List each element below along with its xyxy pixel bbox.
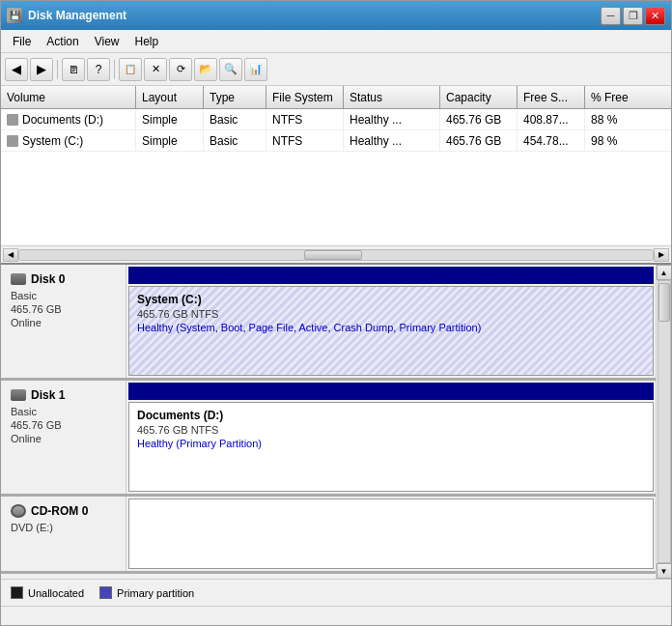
row0-layout: Simple: [136, 109, 204, 129]
vscroll-bar[interactable]: ▲ ▼: [656, 265, 671, 579]
hdd-icon: [11, 389, 26, 401]
hscroll-track[interactable]: [18, 249, 654, 261]
menu-bar: File Action View Help: [1, 30, 671, 53]
snap-button[interactable]: 📋: [119, 58, 142, 81]
hdd-icon: [11, 273, 26, 285]
disk-row-1: Disk 1 Basic 465.76 GB Online Documents …: [1, 381, 656, 497]
close-button[interactable]: ✕: [645, 7, 665, 25]
disk-row-0: Disk 0 Basic 465.76 GB Online System (C:…: [1, 265, 656, 381]
partition-1-status: Healthy (Primary Partition): [137, 438, 645, 449]
col-pct[interactable]: % Free: [585, 86, 671, 108]
disk-0-icon-row: Disk 0: [11, 272, 116, 286]
table-body: Documents (D:) Simple Basic NTFS Healthy…: [1, 109, 671, 245]
main-window: 💾 Disk Management ─ ❐ ✕ File Action View…: [0, 0, 672, 626]
col-type[interactable]: Type: [204, 86, 266, 108]
status-bar: [1, 606, 671, 625]
folder-button[interactable]: 📂: [194, 58, 217, 81]
table-header: Volume Layout Type File System Status Ca…: [1, 86, 671, 109]
row0-type: Basic: [204, 109, 266, 129]
disk-1-size: 465.76 GB: [11, 419, 116, 431]
properties-button[interactable]: 🖹: [62, 58, 85, 81]
restore-button[interactable]: ❐: [623, 7, 643, 25]
menu-view[interactable]: View: [87, 33, 127, 50]
row1-layout: Simple: [136, 130, 204, 151]
title-buttons: ─ ❐ ✕: [601, 7, 665, 25]
disk-1-label: Disk 1 Basic 465.76 GB Online: [1, 381, 126, 494]
col-free[interactable]: Free S...: [518, 86, 585, 108]
legend-primary: Primary partition: [99, 586, 194, 599]
partition-0-status: Healthy (System, Boot, Page File, Active…: [137, 322, 645, 333]
partition-0-size: 465.76 GB NTFS: [137, 308, 645, 320]
row1-fs: NTFS: [266, 130, 344, 151]
toolbar: ◀ ▶ 🖹 ? 📋 ✕ ⟳ 📂 🔍 📊: [1, 53, 671, 86]
col-filesystem[interactable]: File System: [266, 86, 344, 108]
chart-button[interactable]: 📊: [244, 58, 267, 81]
legend-unallocated: Unallocated: [11, 586, 84, 599]
table-row[interactable]: System (C:) Simple Basic NTFS Healthy ..…: [1, 130, 671, 152]
vscroll-thumb[interactable]: [658, 283, 670, 322]
menu-help[interactable]: Help: [127, 33, 167, 50]
cdrom-icon: [11, 504, 26, 518]
toolbar-sep-1: [57, 60, 58, 79]
disk-1-partitions: Documents (D:) 465.76 GB NTFS Healthy (P…: [126, 381, 656, 494]
disk-1-status: Online: [11, 433, 116, 444]
cdrom-icon-row: CD-ROM 0: [11, 504, 116, 518]
cdrom-label: CD-ROM 0 DVD (E:): [1, 497, 126, 571]
minimize-button[interactable]: ─: [601, 7, 621, 25]
row1-type: Basic: [204, 130, 266, 151]
cdrom-name: CD-ROM 0: [31, 504, 88, 518]
col-layout[interactable]: Layout: [136, 86, 204, 108]
row0-fs: NTFS: [266, 109, 344, 129]
row1-status: Healthy ...: [344, 130, 440, 151]
volume-table: Volume Layout Type File System Status Ca…: [1, 86, 671, 265]
disk-0-name: Disk 0: [31, 272, 65, 286]
legend-unalloc-box: [11, 586, 23, 599]
hscroll-thumb[interactable]: [304, 250, 362, 260]
row1-capacity: 465.76 GB: [440, 130, 518, 151]
row0-pct: 88 %: [585, 109, 671, 129]
partition-1-title: Documents (D:): [137, 409, 645, 422]
disk-1-name: Disk 1: [31, 388, 65, 402]
title-bar: 💾 Disk Management ─ ❐ ✕: [1, 1, 671, 30]
partition-0-body[interactable]: System (C:) 465.76 GB NTFS Healthy (Syst…: [128, 286, 654, 376]
vscroll-up-btn[interactable]: ▲: [657, 265, 672, 280]
disk-1-type: Basic: [11, 406, 116, 417]
volume-icon: [7, 135, 18, 147]
row1-volume: System (C:): [1, 130, 136, 151]
row1-free: 454.78...: [518, 130, 585, 151]
vscroll-down-btn[interactable]: ▼: [657, 563, 672, 579]
table-hscroll[interactable]: ◀ ▶: [1, 245, 671, 263]
app-icon: 💾: [7, 8, 22, 23]
col-volume[interactable]: Volume: [1, 86, 136, 108]
legend-bar: Unallocated Primary partition: [1, 579, 671, 606]
menu-file[interactable]: File: [5, 33, 39, 50]
delete-button[interactable]: ✕: [144, 58, 167, 81]
forward-button[interactable]: ▶: [30, 58, 53, 81]
help-button[interactable]: ?: [87, 58, 110, 81]
partition-1-size: 465.76 GB NTFS: [137, 424, 645, 436]
table-row[interactable]: Documents (D:) Simple Basic NTFS Healthy…: [1, 109, 671, 130]
menu-action[interactable]: Action: [39, 33, 86, 50]
partition-1-body[interactable]: Documents (D:) 465.76 GB NTFS Healthy (P…: [128, 402, 654, 492]
disk-0-type: Basic: [11, 290, 116, 301]
disk-0-label: Disk 0 Basic 465.76 GB Online: [1, 265, 126, 378]
hscroll-left-btn[interactable]: ◀: [3, 248, 18, 262]
row1-pct: 98 %: [585, 130, 671, 151]
disk-row-cdrom: CD-ROM 0 DVD (E:): [1, 497, 656, 574]
disk-0-size: 465.76 GB: [11, 303, 116, 315]
back-button[interactable]: ◀: [5, 58, 28, 81]
disk-area: Disk 0 Basic 465.76 GB Online System (C:…: [1, 265, 671, 579]
refresh-button[interactable]: ⟳: [169, 58, 192, 81]
row0-status: Healthy ...: [344, 109, 440, 129]
disk-list: Disk 0 Basic 465.76 GB Online System (C:…: [1, 265, 656, 579]
vscroll-track[interactable]: [658, 280, 671, 563]
col-capacity[interactable]: Capacity: [440, 86, 518, 108]
cdrom-body: [128, 498, 654, 569]
legend-primary-box: [99, 586, 112, 599]
hscroll-right-btn[interactable]: ▶: [654, 248, 669, 262]
cdrom-partitions: [126, 497, 656, 571]
partition-0-header: [128, 267, 654, 284]
search-button[interactable]: 🔍: [219, 58, 242, 81]
window-title: Disk Management: [28, 9, 126, 22]
col-status[interactable]: Status: [344, 86, 440, 108]
